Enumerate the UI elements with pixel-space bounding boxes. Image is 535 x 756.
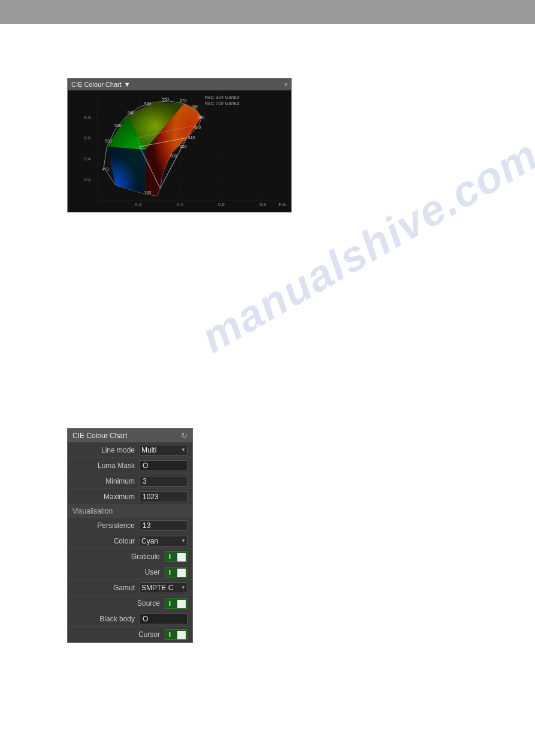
source-toggle-indicator [177,600,186,608]
colour-label: Colour [72,537,140,545]
svg-text:630: 630 [170,154,177,158]
svg-text:540: 540 [128,111,135,115]
graticule-label: Graticule [72,552,165,561]
svg-text:520: 520 [105,139,112,143]
settings-panel-titlebar: CIE Colour Chart ↻ [68,429,192,442]
minimum-value: 3 [143,477,147,485]
gamut-row: Gamut SMPTE C ▼ [68,580,192,596]
maximum-input[interactable]: 1023 [140,491,188,502]
svg-text:0.4: 0.4 [84,156,91,162]
line-mode-arrow-icon: ▼ [181,447,186,453]
cie-chart-top-svg: Rec: 304 Gamut Rec: 709 Gamut 0.8 0.6 0.… [68,90,291,212]
cie-chart-top-title: CIE Colour Chart [71,81,122,88]
colour-arrow-icon: ▼ [181,538,186,544]
cie-chart-top-panel: CIE Colour Chart ▼ × Rec: 304 Gamut Rec:… [67,78,292,212]
luma-mask-value: O [143,462,148,470]
user-toggle-value: I [169,569,171,576]
persistence-input[interactable]: 13 [140,520,188,531]
source-toggle-value: I [169,600,171,607]
minimum-input[interactable]: 3 [140,476,188,487]
luma-mask-input[interactable]: O [140,460,188,471]
cursor-row: Cursor I [68,627,192,642]
cie-settings-panel: CIE Colour Chart ↻ Line mode Multi ▼ Lum… [67,428,193,643]
line-mode-dropdown[interactable]: Multi ▼ [140,445,188,456]
line-mode-row: Line mode Multi ▼ [68,442,192,458]
svg-text:590: 590 [198,116,205,120]
line-mode-label: Line mode [72,446,140,454]
svg-text:Flat: Flat [279,202,286,207]
gamut-dropdown[interactable]: SMPTE C ▼ [140,582,188,593]
colour-dropdown[interactable]: Cyan ▼ [140,536,188,546]
user-label: User [72,568,165,576]
source-label: Source [72,599,165,608]
black-body-label: Black body [72,615,140,623]
visualisation-label: Visualisation [72,507,113,515]
source-toggle[interactable]: I [165,598,188,609]
cursor-label: Cursor [72,630,165,639]
svg-text:530: 530 [114,123,122,127]
cie-chart-top-content: Rec: 304 Gamut Rec: 709 Gamut 0.8 0.6 0.… [68,90,291,212]
gamut-arrow-icon: ▼ [181,585,186,590]
black-body-value: O [143,615,148,623]
svg-text:470: 470 [102,167,109,171]
svg-text:0.4: 0.4 [176,202,183,207]
persistence-row: Persistence 13 [68,518,192,533]
svg-text:560: 560 [162,97,169,101]
svg-text:600: 600 [194,125,201,129]
svg-text:0.2: 0.2 [84,177,90,183]
maximum-value: 1023 [143,493,159,501]
refresh-icon[interactable]: ↻ [181,431,188,440]
graticule-row: Graticule I [68,549,192,564]
graticule-toggle-indicator [177,553,186,561]
cie-chart-top-close-icon[interactable]: × [284,81,288,88]
svg-text:0.6: 0.6 [218,202,225,207]
svg-text:Rec: 304 Gamut: Rec: 304 Gamut [205,95,240,100]
colour-value: Cyan [141,537,158,545]
svg-text:610: 610 [188,135,195,139]
svg-text:570: 570 [180,98,187,102]
svg-text:0.2: 0.2 [135,202,141,207]
top-bar [0,0,535,24]
user-toggle-indicator [177,569,186,577]
svg-text:550: 550 [144,102,152,106]
svg-text:580: 580 [192,105,199,109]
source-row: Source I [68,596,192,611]
svg-text:0.6: 0.6 [84,135,91,141]
maximum-row: Maximum 1023 [68,489,192,505]
cie-chart-title-left: CIE Colour Chart ▼ [71,81,131,88]
minimum-label: Minimum [72,477,140,485]
maximum-label: Maximum [72,493,140,501]
graticule-toggle[interactable]: I [165,551,188,562]
gamut-label: Gamut [72,584,140,592]
visualisation-section-header: Visualisation [68,505,192,518]
cursor-toggle-indicator [177,631,186,639]
persistence-label: Persistence [72,521,140,530]
svg-text:Rec: 709 Gamut: Rec: 709 Gamut [205,101,240,106]
line-mode-value: Multi [141,446,156,454]
graticule-toggle-value: I [169,553,171,560]
persistence-value: 13 [143,521,150,530]
svg-text:0.8: 0.8 [84,115,91,120]
user-toggle[interactable]: I [165,567,188,578]
black-body-row: Black body O [68,611,192,627]
minimum-row: Minimum 3 [68,473,192,489]
colour-row: Colour Cyan ▼ [68,533,192,549]
cursor-toggle-value: I [169,631,171,638]
cie-chart-top-titlebar: CIE Colour Chart ▼ × [68,78,291,90]
settings-panel-title: CIE Colour Chart [72,432,127,440]
user-row: User I [68,564,192,580]
black-body-input[interactable]: O [140,614,188,624]
svg-text:620: 620 [180,144,187,148]
svg-text:0.8: 0.8 [259,202,267,207]
svg-text:700: 700 [144,190,152,195]
luma-mask-row: Luma Mask O [68,458,192,473]
cursor-toggle[interactable]: I [165,629,188,640]
gamut-value: SMPTE C [141,584,173,592]
cie-chart-top-dropdown-icon[interactable]: ▼ [124,81,131,88]
luma-mask-label: Luma Mask [72,462,140,470]
